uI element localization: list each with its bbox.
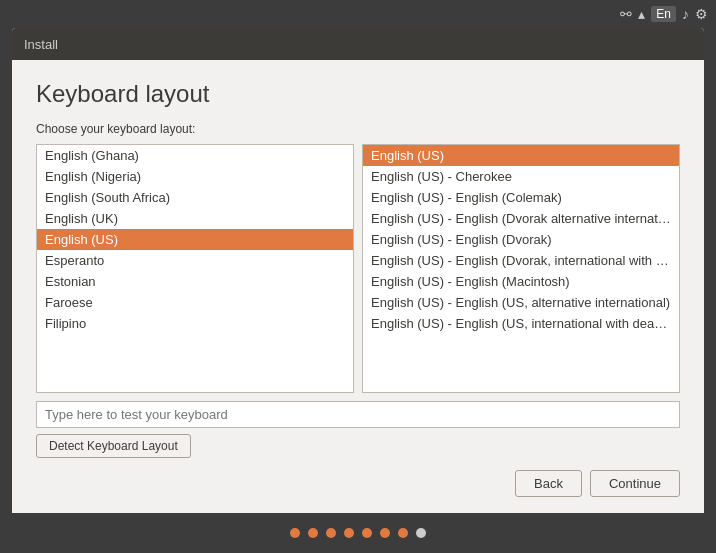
layout-item[interactable]: English (US) - English (Colemak) [363, 187, 679, 208]
layout-item[interactable]: English (US) - English (Dvorak alternati… [363, 208, 679, 229]
layout-item[interactable]: English (US) - Cherokee [363, 166, 679, 187]
layout-item[interactable]: English (US) - English (Macintosh) [363, 271, 679, 292]
install-window: Install Keyboard layout Choose your keyb… [12, 28, 704, 513]
language-indicator[interactable]: En [651, 6, 676, 22]
list-item[interactable]: English (South Africa) [37, 187, 353, 208]
top-bar: ⚯ ▴ En ♪ ⚙ [0, 0, 716, 28]
progress-dot-6 [380, 528, 390, 538]
detect-keyboard-button[interactable]: Detect Keyboard Layout [36, 434, 191, 458]
list-item[interactable]: Estonian [37, 271, 353, 292]
progress-dot-4 [344, 528, 354, 538]
bottom-controls: Detect Keyboard Layout [36, 401, 680, 458]
continue-button[interactable]: Continue [590, 470, 680, 497]
lists-row: English (Ghana) English (Nigeria) Englis… [36, 144, 680, 393]
list-item[interactable]: Faroese [37, 292, 353, 313]
window-content: Keyboard layout Choose your keyboard lay… [12, 60, 704, 513]
window-title-bar: Install [12, 28, 704, 60]
subtitle: Choose your keyboard layout: [36, 122, 680, 136]
volume-icon[interactable]: ♪ [682, 6, 689, 22]
wifi-icon[interactable]: ▴ [638, 6, 645, 22]
layout-item-selected[interactable]: English (US) [363, 145, 679, 166]
keyboard-test-input[interactable] [36, 401, 680, 428]
progress-dot-3 [326, 528, 336, 538]
page-title: Keyboard layout [36, 80, 680, 108]
layout-list[interactable]: English (US) English (US) - Cherokee Eng… [362, 144, 680, 393]
layout-item[interactable]: English (US) - English (Dvorak) [363, 229, 679, 250]
back-button[interactable]: Back [515, 470, 582, 497]
layout-item[interactable]: English (US) - English (US, alternative … [363, 292, 679, 313]
layout-item[interactable]: English (US) - English (Dvorak, internat… [363, 250, 679, 271]
list-item-selected[interactable]: English (US) [37, 229, 353, 250]
settings-icon[interactable]: ⚙ [695, 6, 708, 22]
language-list[interactable]: English (Ghana) English (Nigeria) Englis… [36, 144, 354, 393]
list-item[interactable]: English (Nigeria) [37, 166, 353, 187]
progress-dot-2 [308, 528, 318, 538]
bluetooth-icon[interactable]: ⚯ [620, 6, 632, 22]
list-item[interactable]: Esperanto [37, 250, 353, 271]
progress-dot-1 [290, 528, 300, 538]
list-item[interactable]: English (UK) [37, 208, 353, 229]
list-item[interactable]: English (Ghana) [37, 145, 353, 166]
window-title: Install [24, 37, 58, 52]
layout-item[interactable]: English (US) - English (US, internationa… [363, 313, 679, 334]
progress-dot-8-active [416, 528, 426, 538]
progress-dot-5 [362, 528, 372, 538]
nav-row: Back Continue [36, 470, 680, 497]
progress-dot-7 [398, 528, 408, 538]
list-item[interactable]: Filipino [37, 313, 353, 334]
progress-dots-bar [0, 513, 716, 553]
